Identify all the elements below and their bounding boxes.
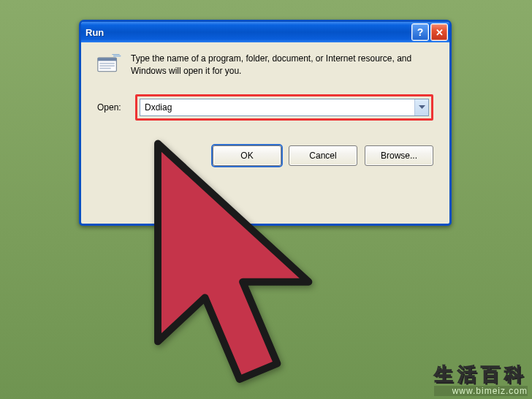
- svg-rect-2: [99, 63, 114, 64]
- svg-rect-4: [99, 68, 110, 69]
- open-label: Open:: [97, 102, 129, 113]
- titlebar[interactable]: Run ? ✕: [81, 22, 449, 42]
- ok-button-label: OK: [240, 151, 253, 161]
- open-dropdown-button[interactable]: [414, 99, 428, 115]
- browse-button-label: Browse...: [381, 151, 417, 161]
- close-button[interactable]: ✕: [430, 23, 448, 41]
- run-dialog: Run ? ✕: [79, 20, 452, 226]
- run-dialog-icon: [97, 54, 122, 75]
- watermark: 生活百科 www.bimeiz.com: [434, 362, 528, 396]
- open-combobox[interactable]: [140, 99, 429, 116]
- cancel-button[interactable]: Cancel: [289, 145, 357, 166]
- svg-rect-1: [98, 58, 116, 61]
- help-button[interactable]: ?: [411, 23, 429, 41]
- button-row: OK Cancel Browse...: [93, 145, 433, 166]
- help-icon: ?: [417, 26, 424, 38]
- open-input[interactable]: [140, 99, 414, 115]
- svg-rect-3: [99, 65, 114, 66]
- window-title: Run: [86, 27, 411, 38]
- watermark-cn: 生活百科: [434, 362, 528, 387]
- close-icon: ✕: [436, 27, 444, 38]
- input-highlight-frame: [135, 94, 433, 121]
- chevron-down-icon: [419, 105, 425, 110]
- titlebar-buttons: ? ✕: [411, 23, 448, 41]
- browse-button[interactable]: Browse...: [365, 145, 433, 166]
- description-row: Type the name of a program, folder, docu…: [97, 53, 433, 78]
- dialog-body: Type the name of a program, folder, docu…: [81, 42, 449, 175]
- cancel-button-label: Cancel: [309, 151, 336, 161]
- open-row: Open:: [97, 94, 433, 121]
- watermark-url: www.bimeiz.com: [434, 386, 528, 396]
- ok-button[interactable]: OK: [213, 145, 281, 166]
- description-text: Type the name of a program, folder, docu…: [131, 53, 433, 78]
